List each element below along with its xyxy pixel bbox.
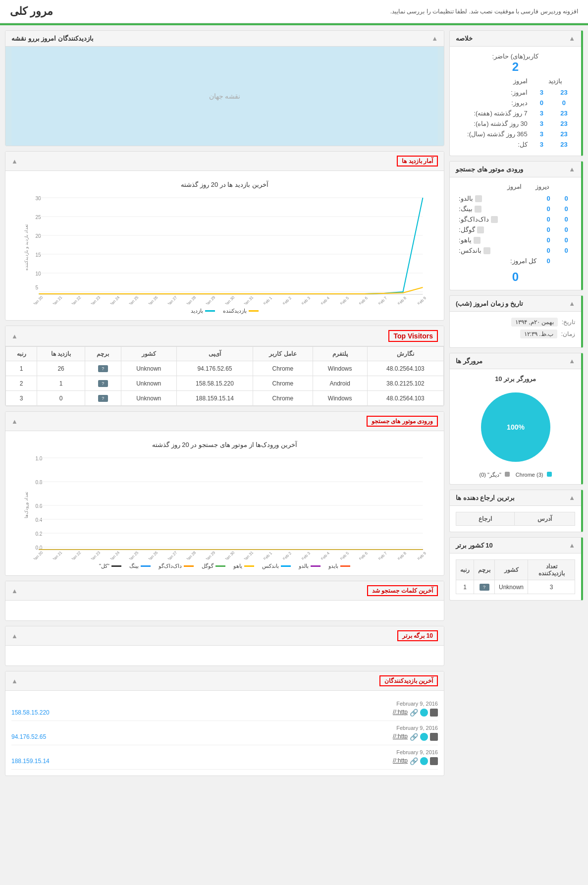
- time-value: ب.ظ. ۱۲:۳۹: [520, 330, 557, 338]
- svg-text:Feb 9: Feb 9: [417, 295, 427, 304]
- visitor-icon: [430, 733, 438, 741]
- summary-body: کاربر(های) حاضر: 2 بازدید امروز 23 3 امر…: [450, 47, 581, 156]
- browsers-legend: Chrome (3) "دیگر" (0): [456, 472, 575, 478]
- svg-text:Jan 27: Jan 27: [166, 295, 178, 304]
- search-engine-row: 0 0 بالدو:: [456, 193, 575, 204]
- visitor-icon: [430, 709, 438, 717]
- collapse-icon[interactable]: ▲: [11, 632, 18, 640]
- svg-text:Jan 26: Jan 26: [147, 295, 159, 304]
- browsers-pie: 100%: [456, 387, 575, 467]
- collapse-icon[interactable]: ▲: [11, 158, 18, 165]
- left-column: ▲ خلاصه کاربر(های) حاضر: 2 بازدید امروز …: [449, 30, 583, 776]
- current-users-label: کاربر(های) حاضر:: [492, 53, 539, 60]
- recent-visitor-item: February 9, 2016 🔗 http:// 188.159.15.14: [11, 745, 438, 770]
- svg-text:Feb 1: Feb 1: [263, 551, 273, 559]
- chrome-icon: [420, 709, 428, 717]
- svg-text:20: 20: [36, 233, 42, 239]
- search-engines-chart-svg: 1.0 0.8 0.6 0.4 0.2 0.0: [11, 450, 438, 559]
- visits-badge: آمار بازدید ها: [397, 156, 438, 166]
- current-users-value: 2: [456, 60, 575, 74]
- svg-text:Feb 3: Feb 3: [301, 295, 311, 304]
- right-column: ▲ بازدیدکنندگان امروز بررو نقشه نقشه جها…: [5, 30, 444, 776]
- visits-chart-legend: بازدیدکننده بازدید: [11, 308, 438, 314]
- latest-searches-body: [5, 601, 444, 620]
- svg-text:Jan 27: Jan 27: [166, 550, 178, 559]
- svg-text:Feb 2: Feb 2: [282, 551, 292, 559]
- recent-visitors-badge: آخرین بازدیدکنندگان: [379, 675, 438, 686]
- search-engines-chart-body: آخرین ورودک‌ها از موتور های جستجو در 20 …: [5, 431, 444, 575]
- svg-text:Jan 25: Jan 25: [128, 295, 140, 304]
- collapse-icon[interactable]: ▲: [431, 35, 438, 42]
- svg-text:Feb 3: Feb 3: [301, 551, 311, 559]
- collapse-icon[interactable]: ▲: [569, 542, 575, 549]
- visitor-url[interactable]: http://: [393, 733, 408, 741]
- visitor-ip: 94.176.52.65: [11, 733, 46, 740]
- search-engines-chart-widget: ورودی موتور های جستجو ▲ آخرین ورودک‌ها ا…: [5, 411, 444, 576]
- top-visitors-badge: Top Visitors: [388, 330, 438, 342]
- svg-text:Jan 26: Jan 26: [147, 550, 159, 559]
- top-pages-widget: 10 برگه برتر ▲: [5, 626, 444, 666]
- link-icon: 🔗: [410, 733, 418, 741]
- summary-row: 0 0 دیروز:: [456, 98, 575, 108]
- svg-text:Jan 20: Jan 20: [32, 550, 44, 559]
- collapse-icon[interactable]: ▲: [11, 332, 18, 340]
- summary-row: 23 3 365 روز گذشته (سال):: [456, 129, 575, 139]
- svg-text:Feb 4: Feb 4: [320, 295, 330, 304]
- svg-text:Jan 23: Jan 23: [90, 295, 102, 304]
- collapse-icon[interactable]: ▲: [569, 166, 575, 173]
- page-header: افزونه وردپرس فارسی با موفقیت نصب شد. لط…: [0, 0, 588, 23]
- search-engines-chart-badge: ورودی موتور های جستجو: [367, 416, 438, 427]
- chrome-icon: [420, 757, 428, 765]
- svg-text:Jan 20: Jan 20: [32, 295, 44, 304]
- search-engines-chart-title: آخرین ورودک‌ها از موتور های جستجو در 20 …: [11, 441, 438, 448]
- svg-text:Feb 5: Feb 5: [339, 295, 350, 304]
- svg-text:1.0: 1.0: [36, 456, 43, 461]
- svg-text:Jan 22: Jan 22: [70, 550, 82, 559]
- svg-text:100%: 100%: [507, 423, 525, 431]
- browsers-chart-title: مرورگر برتر 10: [456, 375, 575, 383]
- visitor-ip: 188.159.15.14: [11, 758, 50, 765]
- top-visitors-body: نگارش پلتفرم عامل کاربر آی‌پی کشور برچم …: [5, 346, 444, 406]
- visitor-url[interactable]: http://: [393, 757, 408, 765]
- summary-row: 23 3 امروز:: [456, 87, 575, 98]
- collapse-icon[interactable]: ▲: [11, 418, 18, 425]
- search-engines-table: 0 0 بالدو: 0 0 بینگ: 0 0 داک‌داک‌گو: 0 0…: [456, 193, 575, 266]
- summary-row: 23 3 7 روز گذشته (هفته):: [456, 108, 575, 118]
- svg-text:Jan 22: Jan 22: [70, 295, 82, 304]
- svg-text:Feb 7: Feb 7: [377, 295, 388, 304]
- latest-searches-badge: آخرین کلمات جستجو شد: [367, 585, 438, 596]
- page-notice: افزونه وردپرس فارسی با موفقیت نصب شد. لط…: [390, 8, 578, 15]
- svg-text:Feb 8: Feb 8: [397, 551, 407, 559]
- svg-text:Feb 1: Feb 1: [263, 295, 273, 304]
- top-pages-badge: 10 برگه برتر: [397, 630, 438, 641]
- visitor-url[interactable]: http://: [393, 709, 408, 717]
- collapse-icon[interactable]: ▲: [11, 587, 18, 595]
- collapse-icon[interactable]: ▲: [569, 300, 575, 307]
- collapse-icon[interactable]: ▲: [569, 35, 575, 42]
- date-row: تاریخ: بهمن ۲۰م, ۱۳۹۴: [456, 318, 575, 327]
- datetime-body: تاریخ: بهمن ۲۰م, ۱۳۹۴ زمان: ب.ظ. ۱۲:۳۹: [450, 312, 581, 347]
- referrers-widget: ▲ برترین ارجاع دهنده ها آدرس ارجاع: [449, 490, 583, 532]
- referrers-body: آدرس ارجاع: [450, 506, 581, 532]
- country-row: 3 Unknown ? 1: [456, 580, 575, 594]
- search-engine-row: 0 0 یاهو:: [456, 235, 575, 245]
- collapse-icon[interactable]: ▲: [569, 357, 575, 365]
- search-engines-widget: ▲ ورودی موتور های جستجو دیروز امروز 0 0 …: [449, 161, 583, 290]
- latest-searches-widget: آخرین کلمات جستجو شد ▲: [5, 581, 444, 621]
- link-icon: 🔗: [410, 757, 418, 765]
- svg-text:Feb 6: Feb 6: [358, 551, 369, 559]
- summary-col-headers: بازدید امروز: [456, 78, 575, 85]
- visits-chart-widget: آمار بازدید ها ▲ آخرین بازدید ها در 20 ر…: [5, 151, 444, 321]
- top-visitor-row: 48.0.2564.103 Windows Chrome 94.176.52.6…: [6, 361, 444, 376]
- top-countries-header: ▲ 10 کشور برتر: [450, 538, 581, 553]
- summary-row: 23 3 کل:: [456, 139, 575, 150]
- svg-text:Jan 21: Jan 21: [52, 550, 63, 559]
- svg-text:Jan 29: Jan 29: [205, 550, 216, 559]
- date-label: تاریخ:: [562, 319, 575, 326]
- collapse-icon[interactable]: ▲: [569, 494, 575, 501]
- date-value: بهمن ۲۰م, ۱۳۹۴: [511, 318, 558, 327]
- time-label: زمان:: [561, 331, 575, 337]
- chrome-icon: [420, 733, 428, 741]
- collapse-icon[interactable]: ▲: [11, 677, 18, 685]
- svg-text:30: 30: [36, 196, 42, 201]
